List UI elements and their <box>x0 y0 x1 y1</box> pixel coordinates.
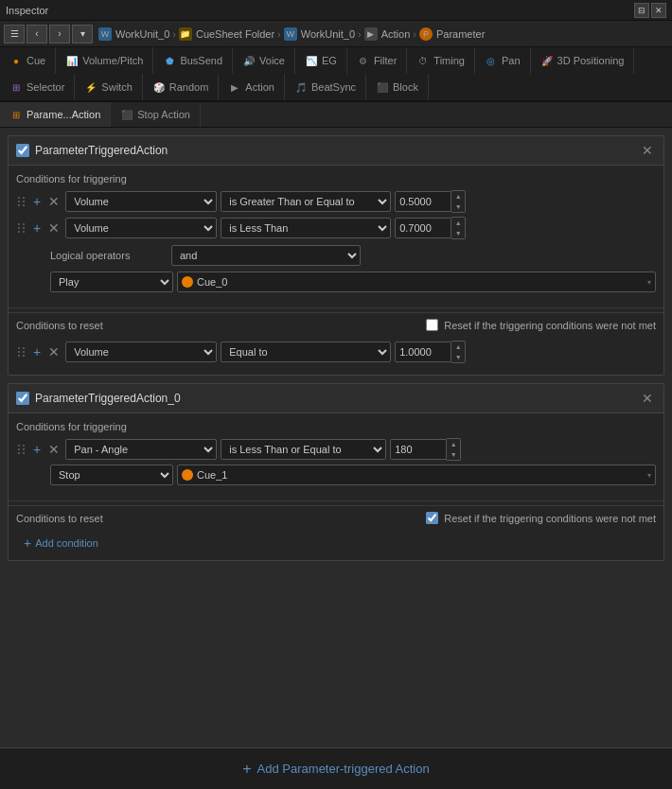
remove-condition-btn-2[interactable]: ✕ <box>46 220 62 236</box>
param-select-2[interactable]: Volume Pan - Angle <box>65 218 217 238</box>
card2-title: ParameterTriggeredAction_0 <box>35 392 633 405</box>
tab-action[interactable]: ▶ Action <box>219 74 285 100</box>
breadcrumb-action[interactable]: Action <box>381 28 411 40</box>
card2-checkbox[interactable] <box>16 392 29 405</box>
reset-value-group-1: ▲ ▼ <box>395 341 466 363</box>
switch-icon: ⚡ <box>84 80 97 94</box>
breadcrumb-workunit0b[interactable]: WorkUnit_0 <box>301 28 355 40</box>
divider-1 <box>9 307 663 308</box>
card2-header: ParameterTriggeredAction_0 ✕ <box>9 384 663 413</box>
cue-dot-1 <box>182 276 193 288</box>
reset-condition-select-1[interactable]: is Greater Than or Equal to is Greater T… <box>221 342 391 362</box>
tab-beatsync[interactable]: 🎵 BeatSync <box>285 74 366 100</box>
drag-handle-2[interactable] <box>16 221 27 235</box>
spinner-down-2[interactable]: ▼ <box>451 228 465 238</box>
reset-value-input-1[interactable] <box>395 342 451 362</box>
workunit-icon: W <box>98 27 112 41</box>
timing-icon: ⏱ <box>416 54 430 67</box>
spinner-up-3[interactable]: ▲ <box>447 439 460 449</box>
card1-logic-row: Logical operators and or <box>16 245 656 266</box>
tab-switch[interactable]: ⚡ Switch <box>75 74 142 100</box>
add-reset-condition-btn[interactable]: + <box>31 344 43 359</box>
tab-volume-pitch[interactable]: 📊 Volume/Pitch <box>56 47 153 74</box>
condition-select-3[interactable]: is Greater Than or Equal to is Greater T… <box>221 439 386 460</box>
add-parameter-action-button[interactable]: + Add Parameter-triggered Action <box>223 753 448 785</box>
pan-icon: ◎ <box>485 54 498 67</box>
card1-reset-checkbox[interactable] <box>426 319 438 331</box>
value-group-2: ▲ ▼ <box>395 217 466 239</box>
tab-bussend[interactable]: ⬟ BusSend <box>153 47 233 74</box>
forward-button[interactable]: › <box>49 25 70 44</box>
value-input-2[interactable] <box>395 218 451 238</box>
param-select-3[interactable]: Volume Pan - Angle <box>65 439 217 460</box>
reset-value-spinner-1: ▲ ▼ <box>451 341 466 363</box>
breadcrumb-parameter[interactable]: Parameter <box>436 28 485 40</box>
remove-condition-btn-3[interactable]: ✕ <box>46 442 62 457</box>
card-param-triggered-action-2: ParameterTriggeredAction_0 ✕ Conditions … <box>8 383 664 561</box>
tab-timing[interactable]: ⏱ Timing <box>407 47 475 74</box>
value-input-1[interactable] <box>395 191 451 212</box>
add-condition-inline-btn-3[interactable]: + <box>31 442 43 457</box>
action-select-1[interactable]: Play Stop Pause <box>50 272 173 292</box>
reset-spinner-down-1[interactable]: ▼ <box>451 352 465 362</box>
tab-pan[interactable]: ◎ Pan <box>475 47 531 74</box>
card1-triggering-section: Conditions for triggering + ✕ Volume Pan… <box>9 166 663 304</box>
breadcrumb-workunit0[interactable]: WorkUnit_0 <box>115 28 169 40</box>
title-bar: Inspector ⊟ ✕ <box>0 0 672 21</box>
drag-handle-4[interactable] <box>16 443 27 456</box>
spinner-down-3[interactable]: ▼ <box>447 449 460 460</box>
remove-condition-btn-1[interactable]: ✕ <box>46 194 62 209</box>
random-icon: 🎲 <box>152 80 166 94</box>
value-spinner-2: ▲ ▼ <box>451 217 466 239</box>
spinner-down-1[interactable]: ▼ <box>451 202 465 212</box>
tab-3d[interactable]: 🚀 3D Positioning <box>531 47 635 74</box>
dropdown-button[interactable]: ▾ <box>72 25 93 44</box>
value-input-3[interactable] <box>390 439 447 460</box>
tab-cue[interactable]: ● Cue <box>0 47 56 74</box>
spinner-up-1[interactable]: ▲ <box>451 191 465 202</box>
logic-select[interactable]: and or <box>171 245 361 266</box>
card2-reset-label: Conditions to reset <box>16 513 103 524</box>
breadcrumb-cuesheet[interactable]: CueSheet Folder <box>196 28 274 40</box>
add-condition-inline-btn-1[interactable]: + <box>31 194 43 209</box>
close-button[interactable]: ✕ <box>651 3 666 18</box>
card1-checkbox[interactable] <box>16 144 29 157</box>
back-button[interactable]: ‹ <box>27 25 47 44</box>
card1-close-button[interactable]: ✕ <box>639 142 656 159</box>
value-spinner-3: ▲ ▼ <box>447 438 461 461</box>
condition-select-1[interactable]: is Greater Than or Equal to is Greater T… <box>221 191 391 212</box>
eg-icon: 📉 <box>305 54 318 67</box>
tab-stop-action[interactable]: ⬛ Stop Action <box>111 102 201 127</box>
add-condition-label: Add condition <box>35 537 98 549</box>
card1-header: ParameterTriggeredAction ✕ <box>9 136 663 166</box>
tab-param-action[interactable]: ⊞ Parame...Action <box>0 102 111 127</box>
tab-selector[interactable]: ⊞ Selector <box>0 74 75 100</box>
card2-close-button[interactable]: ✕ <box>639 390 656 407</box>
tab-voice[interactable]: 🔊 Voice <box>233 47 295 74</box>
cue-select-2[interactable]: Cue_1 ▾ <box>177 465 656 485</box>
action-select-2[interactable]: Play Stop Pause <box>50 465 173 485</box>
card1-triggering-label: Conditions for triggering <box>16 173 656 184</box>
reset-param-select-1[interactable]: Volume Pan - Angle <box>65 342 217 362</box>
logic-operators-label: Logical operators <box>50 250 164 261</box>
cue-select-1[interactable]: Cue_0 ▾ <box>177 272 656 292</box>
tab-random[interactable]: 🎲 Random <box>143 74 220 100</box>
filter-icon: ⚙ <box>357 54 370 67</box>
cue-arrow-2: ▾ <box>647 471 651 480</box>
card1-condition-row-1: + ✕ Volume Pan - Angle is Greater Than o… <box>16 217 656 239</box>
remove-reset-condition-btn[interactable]: ✕ <box>46 344 62 359</box>
param-select-1[interactable]: Volume Pan - Angle <box>65 191 217 212</box>
spinner-up-2[interactable]: ▲ <box>451 218 465 228</box>
add-condition-inline-btn-2[interactable]: + <box>31 220 43 236</box>
drag-handle-3[interactable] <box>16 345 27 359</box>
dock-button[interactable]: ⊟ <box>634 3 649 18</box>
menu-button[interactable]: ☰ <box>4 25 25 44</box>
tab-block[interactable]: ⬛ Block <box>366 74 429 100</box>
reset-spinner-up-1[interactable]: ▲ <box>451 342 465 352</box>
card2-reset-checkbox[interactable] <box>426 512 438 524</box>
drag-handle-1[interactable] <box>16 195 27 208</box>
add-condition-button[interactable]: + Add condition <box>16 532 106 554</box>
condition-select-2[interactable]: is Greater Than or Equal to is Greater T… <box>221 218 391 238</box>
tab-eg[interactable]: 📉 EG <box>295 47 347 74</box>
tab-filter[interactable]: ⚙ Filter <box>347 47 407 74</box>
